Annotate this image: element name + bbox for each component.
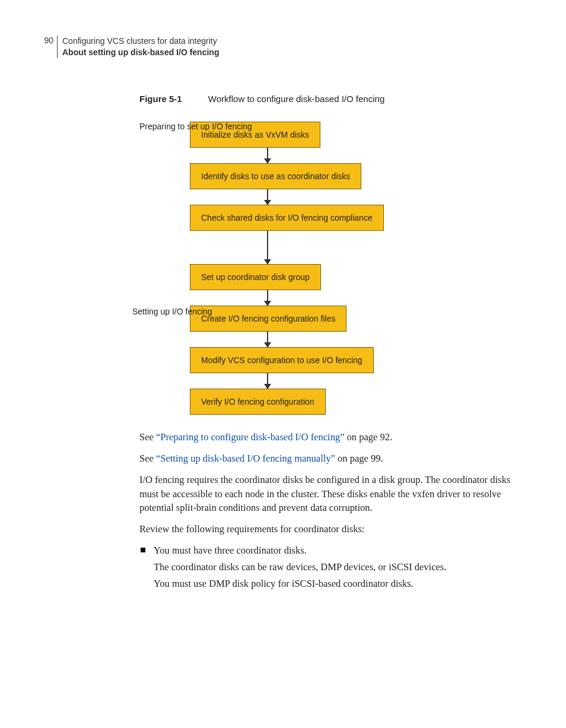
paragraph-review: Review the following requirements for co…: [139, 522, 513, 536]
see1-pre: See: [139, 431, 156, 443]
page-container: 90 Configuring VCS clusters for data int…: [0, 0, 566, 617]
group-label-setting-up: Setting up I/O fencing: [132, 307, 212, 316]
see2-pre: See: [139, 453, 156, 464]
step-verify: Verify I/O fencing configuration: [190, 389, 326, 415]
bullet-line: You must use DMP disk policy for iSCSI-b…: [154, 577, 513, 591]
group-label-preparing: Preparing to set up I/O fencing: [139, 122, 252, 131]
header-section: About setting up disk-based I/O fencing: [62, 47, 219, 58]
see2-post: on page 99.: [335, 453, 383, 464]
arrow-icon: [267, 290, 268, 306]
paragraph-requirements-intro: I/O fencing requires the coordinator dis…: [139, 473, 513, 516]
list-item: You must have three coordinator disks. T…: [139, 543, 513, 591]
figure-caption: Figure 5-1 Workflow to configure disk-ba…: [139, 94, 513, 104]
arrow-icon: [267, 231, 268, 264]
step-modify-vcs: Modify VCS configuration to use I/O fenc…: [190, 347, 374, 373]
step-setup-dg: Set up coordinator disk group: [190, 264, 321, 290]
arrow-icon: [267, 332, 268, 347]
page-number: 90: [42, 36, 57, 45]
link-setting-up[interactable]: “Setting up disk-based I/O fencing manua…: [156, 453, 335, 464]
see-link-1: See “Preparing to configure disk-based I…: [139, 430, 513, 444]
see-link-2: See “Setting up disk-based I/O fencing m…: [139, 452, 513, 466]
step-check-shared: Check shared disks for I/O fencing compl…: [190, 205, 384, 231]
header-titles: Configuring VCS clusters for data integr…: [62, 36, 219, 58]
requirements-list: You must have three coordinator disks. T…: [139, 543, 513, 591]
arrow-icon: [267, 189, 268, 205]
step-create-config: Create I/O fencing configuration files: [190, 306, 346, 332]
link-preparing[interactable]: “Preparing to configure disk-based I/O f…: [156, 431, 345, 443]
page-header: 90 Configuring VCS clusters for data int…: [42, 36, 513, 58]
figure-title: Workflow to configure disk-based I/O fen…: [208, 94, 384, 104]
header-divider: [57, 36, 58, 58]
figure-number: Figure 5-1: [139, 94, 182, 104]
content-area: Figure 5-1 Workflow to configure disk-ba…: [139, 94, 513, 591]
body-text: See “Preparing to configure disk-based I…: [139, 430, 513, 591]
workflow-diagram: Preparing to set up I/O fencing Setting …: [139, 122, 513, 415]
bullet-line: You must have three coordinator disks.: [154, 545, 307, 556]
see1-post: on page 92.: [344, 431, 392, 443]
workflow-boxes: Initialize disks as VxVM disks Identify …: [190, 122, 513, 415]
step-identify-coordinator: Identify disks to use as coordinator dis…: [190, 163, 361, 189]
header-chapter: Configuring VCS clusters for data integr…: [62, 36, 219, 47]
arrow-icon: [267, 373, 268, 389]
arrow-icon: [267, 148, 268, 163]
bullet-line: The coordinator disks can be raw devices…: [154, 560, 513, 574]
